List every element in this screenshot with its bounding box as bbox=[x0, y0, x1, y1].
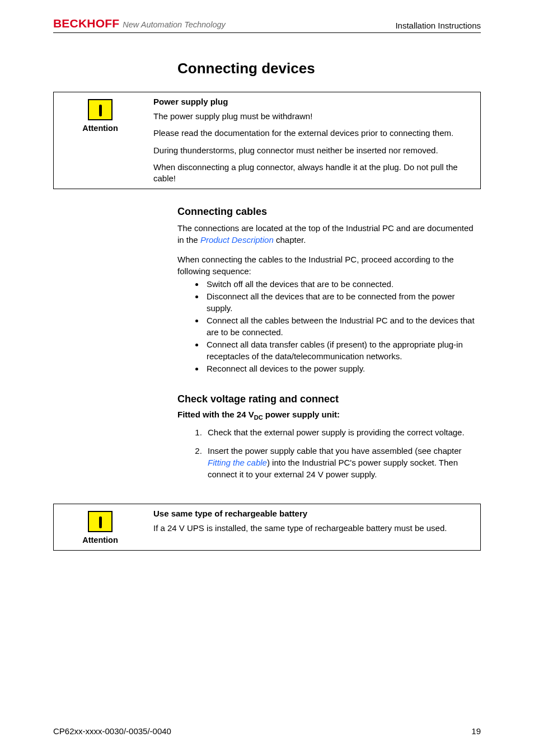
body-paragraph: When connecting the cables to the Indust… bbox=[177, 253, 481, 277]
link-fitting-the-cable[interactable]: Fitting the cable bbox=[208, 458, 267, 467]
attention-content: Use same type of rechargeable battery If… bbox=[147, 504, 480, 550]
attention-label: Attention bbox=[57, 124, 143, 133]
footer-page-number: 19 bbox=[471, 726, 481, 736]
section-title-check-voltage: Check voltage rating and connect bbox=[177, 393, 481, 405]
brand-logo: BECKHOFF bbox=[53, 17, 119, 30]
attention-icon bbox=[88, 511, 113, 532]
attention-label: Attention bbox=[57, 536, 143, 544]
brand-tagline: New Automation Technology bbox=[123, 20, 226, 29]
attention-paragraph: The power supply plug must be withdrawn! bbox=[153, 111, 475, 122]
attention-title: Power supply plug bbox=[153, 97, 475, 106]
attention-title: Use same type of rechargeable battery bbox=[153, 509, 475, 518]
page-title: Connecting devices bbox=[177, 60, 481, 77]
page-header: BECKHOFF New Automation Technology Insta… bbox=[53, 17, 481, 33]
text-fragment: chapter. bbox=[274, 235, 306, 245]
list-item: Switch off all the devices that are to b… bbox=[204, 278, 481, 290]
attention-icon bbox=[88, 99, 113, 120]
attention-left: Attention bbox=[54, 504, 147, 550]
attention-left: Attention bbox=[54, 92, 147, 189]
bullet-list: Switch off all the devices that are to b… bbox=[177, 278, 481, 374]
text-fragment: power supply unit: bbox=[263, 410, 340, 419]
logo-group: BECKHOFF New Automation Technology bbox=[53, 17, 226, 30]
list-item: Insert the power supply cable that you h… bbox=[204, 445, 481, 480]
content-column: Connecting cables The connections are lo… bbox=[177, 206, 481, 480]
attention-content: Power supply plug The power supply plug … bbox=[147, 92, 480, 189]
page-footer: CP62xx-xxxx-0030/-0035/-0040 19 bbox=[53, 726, 481, 736]
list-item: Reconnect all devices to the power suppl… bbox=[204, 363, 481, 374]
attention-paragraph: During thunderstorms, plug connector mus… bbox=[153, 145, 475, 156]
attention-paragraph: Please read the documentation for the ex… bbox=[153, 128, 475, 139]
attention-box-battery: Attention Use same type of rechargeable … bbox=[53, 504, 481, 551]
subscript-dc: DC bbox=[254, 414, 263, 421]
subheading: Fitted with the 24 VDC power supply unit… bbox=[177, 410, 481, 421]
attention-paragraph: When disconnecting a plug connector, alw… bbox=[153, 162, 475, 185]
text-fragment: Fitted with the 24 V bbox=[177, 410, 254, 419]
attention-paragraph: If a 24 V UPS is installed, the same typ… bbox=[153, 523, 475, 534]
body-paragraph: The connections are located at the top o… bbox=[177, 222, 481, 246]
content-column: Connecting devices bbox=[177, 60, 481, 77]
list-item: Disconnect all the devices that are to b… bbox=[204, 290, 481, 314]
footer-doc-id: CP62xx-xxxx-0030/-0035/-0040 bbox=[53, 726, 171, 736]
list-item: Check that the external power supply is … bbox=[204, 426, 481, 438]
section-title-connecting-cables: Connecting cables bbox=[177, 206, 481, 218]
numbered-list: Check that the external power supply is … bbox=[177, 426, 481, 480]
attention-box-power-plug: Attention Power supply plug The power su… bbox=[53, 92, 481, 189]
text-fragment: Insert the power supply cable that you h… bbox=[208, 446, 462, 456]
section-name: Installation Instructions bbox=[395, 21, 481, 30]
list-item: Connect all data transfer cables (if pre… bbox=[204, 339, 481, 362]
link-product-description[interactable]: Product Description bbox=[200, 235, 274, 245]
list-item: Connect all the cables between the Indus… bbox=[204, 314, 481, 338]
